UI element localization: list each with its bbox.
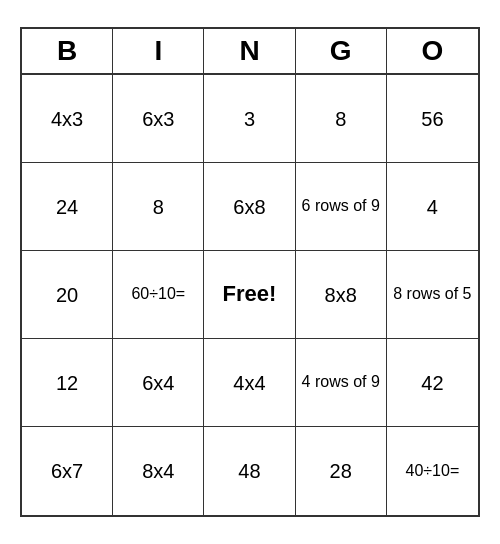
bingo-cell-5: 24 [22,163,113,251]
bingo-cell-7: 6x8 [204,163,295,251]
bingo-cell-12: Free! [204,251,295,339]
bingo-cell-16: 6x4 [113,339,204,427]
bingo-cell-15: 12 [22,339,113,427]
bingo-cell-8: 6 rows of 9 [296,163,387,251]
bingo-cell-1: 6x3 [113,75,204,163]
bingo-cell-21: 8x4 [113,427,204,515]
bingo-cell-4: 56 [387,75,478,163]
bingo-cell-10: 20 [22,251,113,339]
bingo-cell-2: 3 [204,75,295,163]
header-cell-b: B [22,29,113,73]
bingo-cell-6: 8 [113,163,204,251]
bingo-card: BINGO 4x36x338562486x86 rows of 942060÷1… [20,27,480,517]
bingo-cell-3: 8 [296,75,387,163]
bingo-cell-0: 4x3 [22,75,113,163]
bingo-cell-24: 40÷10= [387,427,478,515]
bingo-cell-11: 60÷10= [113,251,204,339]
bingo-cell-20: 6x7 [22,427,113,515]
bingo-cell-13: 8x8 [296,251,387,339]
bingo-cell-19: 42 [387,339,478,427]
bingo-header: BINGO [22,29,478,75]
header-cell-g: G [296,29,387,73]
bingo-cell-18: 4 rows of 9 [296,339,387,427]
bingo-cell-14: 8 rows of 5 [387,251,478,339]
header-cell-n: N [204,29,295,73]
bingo-cell-17: 4x4 [204,339,295,427]
header-cell-o: O [387,29,478,73]
bingo-grid: 4x36x338562486x86 rows of 942060÷10=Free… [22,75,478,515]
bingo-cell-22: 48 [204,427,295,515]
bingo-cell-23: 28 [296,427,387,515]
bingo-cell-9: 4 [387,163,478,251]
header-cell-i: I [113,29,204,73]
